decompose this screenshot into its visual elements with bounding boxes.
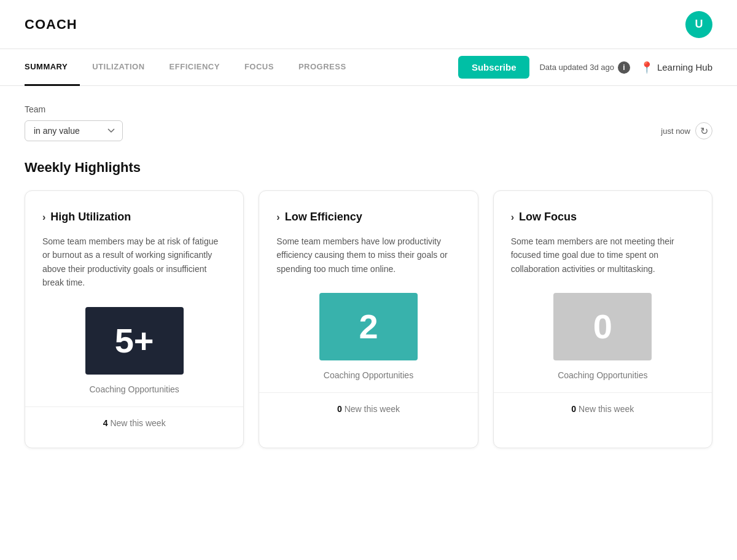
info-icon[interactable]: i [618, 61, 630, 74]
tab-focus[interactable]: FOCUS [232, 49, 286, 86]
new-week-label: New this week [110, 418, 165, 428]
refresh-row: just now ↻ [661, 122, 712, 139]
tab-efficiency[interactable]: EFFICIENCY [157, 49, 232, 86]
refresh-time: just now [661, 126, 690, 136]
section-title: Weekly Highlights [25, 160, 712, 176]
data-updated-info: Data updated 3d ago i [539, 61, 630, 74]
card-title: Low Efficiency [285, 211, 362, 224]
new-this-week: 0 New this week [511, 404, 695, 414]
count-value: 0 [593, 309, 612, 344]
pin-icon: 📍 [640, 61, 653, 74]
card-title-row: › Low Efficiency [276, 211, 460, 224]
card-description: Some team members may be at risk of fati… [42, 235, 226, 290]
count-value: 2 [359, 309, 378, 344]
app-header: COACH U [0, 0, 737, 49]
card-high-utilization: › High Utilization Some team members may… [25, 190, 244, 448]
avatar[interactable]: U [685, 11, 712, 38]
team-label: Team [25, 104, 712, 114]
card-title: Low Focus [519, 211, 577, 224]
app-logo: COACH [25, 17, 77, 33]
count-box: 5+ [85, 307, 184, 375]
card-divider [25, 406, 243, 407]
opportunities-label: Coaching Opportunities [276, 370, 460, 380]
card-low-focus: › Low Focus Some team members are not me… [493, 190, 712, 448]
count-box: 0 [553, 293, 652, 360]
card-divider [494, 392, 712, 393]
nav-tabs: SUMMARY UTILIZATION EFFICIENCY FOCUS PRO… [25, 49, 458, 86]
opportunities-label: Coaching Opportunities [511, 370, 695, 380]
subscribe-button[interactable]: Subscribe [458, 56, 530, 79]
new-week-label: New this week [579, 404, 634, 414]
new-week-label: New this week [345, 404, 400, 414]
card-title: High Utilization [50, 211, 131, 224]
tab-utilization[interactable]: UTILIZATION [80, 49, 157, 86]
data-updated-text: Data updated 3d ago [539, 63, 614, 72]
cards-row: › High Utilization Some team members may… [25, 190, 712, 448]
card-title-row: › Low Focus [511, 211, 695, 224]
nav-right: Subscribe Data updated 3d ago i 📍 Learni… [458, 56, 712, 79]
new-this-week: 4 New this week [42, 418, 226, 428]
new-count: 4 [103, 418, 108, 428]
tab-summary[interactable]: SUMMARY [25, 49, 80, 86]
card-low-efficiency: › Low Efficiency Some team members have … [259, 190, 478, 448]
learning-hub-label: Learning Hub [657, 62, 712, 72]
chevron-icon: › [42, 212, 45, 223]
chevron-icon: › [511, 212, 514, 223]
learning-hub-link[interactable]: 📍 Learning Hub [640, 61, 712, 74]
card-divider [259, 392, 477, 393]
nav-bar: SUMMARY UTILIZATION EFFICIENCY FOCUS PRO… [0, 49, 737, 86]
team-select[interactable]: in any value [25, 120, 123, 141]
count-box: 2 [319, 293, 418, 360]
card-title-row: › High Utilization [42, 211, 226, 224]
card-description: Some team members have low productivity … [276, 235, 460, 276]
new-count: 0 [337, 404, 342, 414]
chevron-icon: › [276, 212, 279, 223]
new-count: 0 [571, 404, 576, 414]
card-description: Some team members are not meeting their … [511, 235, 695, 276]
refresh-button[interactable]: ↻ [695, 122, 712, 139]
main-content: Team in any value just now ↻ Weekly High… [0, 86, 737, 467]
new-this-week: 0 New this week [276, 404, 460, 414]
tab-progress[interactable]: PROGRESS [286, 49, 359, 86]
count-value: 5+ [115, 324, 154, 358]
opportunities-label: Coaching Opportunities [42, 384, 226, 394]
filter-row: in any value just now ↻ [25, 120, 712, 141]
